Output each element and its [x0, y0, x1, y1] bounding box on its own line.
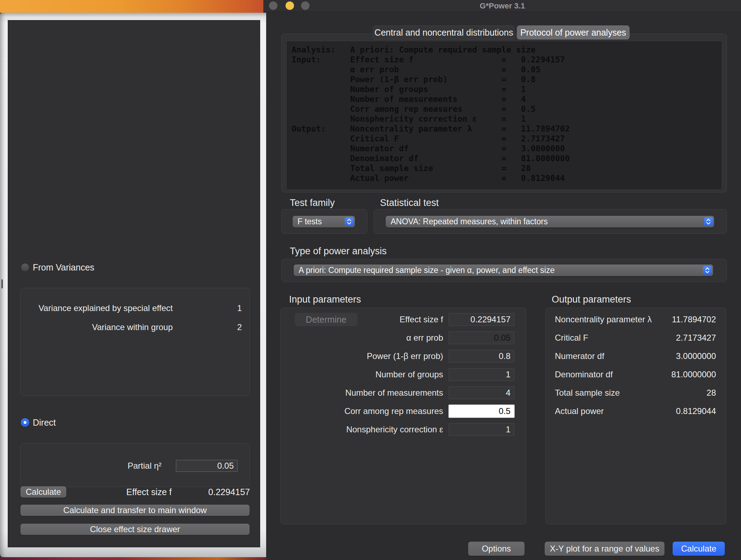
- statistical-test-heading: Statistical test: [380, 197, 439, 208]
- output-value: 28: [706, 386, 716, 400]
- alpha-err-prob-field[interactable]: 0.05: [449, 331, 514, 344]
- output-label: Numerator df: [555, 349, 604, 363]
- input-row: Determine Effect size f 0.2294157: [281, 313, 526, 326]
- input-row: Number of measurements 4: [281, 386, 526, 400]
- variance-row: Variance within group 2: [20, 322, 250, 333]
- tab-central-noncentral-distributions[interactable]: Central and noncentral distributions: [373, 25, 515, 39]
- close-effect-size-drawer-button[interactable]: Close effect size drawer: [20, 524, 250, 535]
- output-value: 81.0000000: [671, 368, 716, 381]
- from-variances-radio[interactable]: [21, 263, 29, 272]
- effect-size-drawer-panel: From Variances Variance explained by spe…: [8, 20, 260, 547]
- output-value: 2.7173427: [676, 331, 716, 345]
- output-label: Actual power: [555, 404, 604, 418]
- drawer-effect-size-label: Effect size f: [126, 487, 172, 497]
- popup-stepper-icon: [345, 217, 354, 226]
- titlebar[interactable]: G*Power 3.1: [264, 0, 741, 12]
- variance-label: Variance explained by special effect: [38, 303, 173, 314]
- input-row: Nonsphericity correction ε 1: [281, 423, 526, 436]
- output-label: Denominator df: [555, 368, 613, 381]
- output-value: 11.7894702: [672, 313, 716, 326]
- output-label: Critical F: [555, 331, 588, 345]
- output-row: Critical F 2.7173427: [546, 331, 726, 345]
- variance-label: Variance within group: [92, 322, 173, 333]
- power-analysis-value: A priori: Compute required sample size -…: [299, 266, 555, 275]
- input-parameters-heading: Input parameters: [289, 294, 361, 305]
- output-value: 0.8129044: [676, 404, 716, 418]
- direct-box: Partial η² 0.05: [20, 443, 250, 487]
- output-row: Noncentrality parameter λ 11.7894702: [546, 313, 726, 326]
- partial-eta-field[interactable]: 0.05: [176, 460, 238, 472]
- input-row: Number of groups 1: [281, 368, 526, 381]
- power-analysis-heading: Type of power analysis: [290, 246, 387, 257]
- output-label: Total sample size: [555, 386, 620, 400]
- effect-size-f-field[interactable]: 0.2294157: [449, 313, 514, 326]
- gpower-main-window: G*Power 3.1 Central and noncentral distr…: [264, 0, 741, 560]
- tab-protocol-of-power-analyses[interactable]: Protocol of power analyses: [517, 25, 630, 39]
- test-family-select[interactable]: F tests: [293, 216, 355, 227]
- number-of-measurements-field[interactable]: 4: [449, 386, 514, 399]
- desktop: G*Power 3.1 Central and noncentral distr…: [0, 0, 741, 560]
- output-value: 3.0000000: [676, 349, 716, 363]
- input-label: Nonsphericity correction ε: [346, 423, 443, 436]
- variances-box: Variance explained by special effect 1 V…: [20, 288, 250, 396]
- corr-among-rep-measures-field[interactable]: 0.5: [449, 405, 514, 418]
- input-label: Effect size f: [399, 313, 443, 326]
- protocol-text-area[interactable]: Analysis: A priori: Compute required sam…: [286, 41, 722, 190]
- input-label: Number of groups: [375, 368, 443, 381]
- output-row: Actual power 0.8129044: [546, 404, 726, 418]
- drawer-effect-size-value: 0.2294157: [208, 487, 250, 497]
- from-variances-label: From Variances: [33, 262, 94, 273]
- input-label: Power (1-β err prob): [367, 349, 443, 363]
- direct-label: Direct: [33, 418, 56, 428]
- window-title: G*Power 3.1: [264, 1, 741, 11]
- input-label: Corr among rep measures: [344, 404, 443, 418]
- output-label: Noncentrality parameter λ: [555, 313, 652, 326]
- nonsphericity-correction-field[interactable]: 1: [449, 423, 514, 436]
- output-row: Total sample size 28: [546, 386, 726, 400]
- output-row: Denominator df 81.0000000: [546, 368, 726, 381]
- output-parameters-box: Noncentrality parameter λ 11.7894702 Cri…: [545, 308, 726, 524]
- protocol-text: Analysis: A priori: Compute required sam…: [292, 45, 722, 183]
- calculate-button[interactable]: Calculate: [673, 542, 725, 556]
- popup-stepper-icon: [704, 217, 713, 226]
- drawer-calculate-button[interactable]: Calculate: [20, 486, 66, 498]
- desktop-wallpaper-bottom: [0, 557, 266, 560]
- drawer-resize-handle[interactable]: [1, 279, 3, 288]
- power-field[interactable]: 0.8: [449, 350, 514, 363]
- popup-stepper-icon: [703, 266, 712, 275]
- number-of-groups-field[interactable]: 1: [449, 368, 514, 381]
- effect-size-drawer: From Variances Variance explained by spe…: [0, 13, 266, 558]
- input-parameters-box: Determine Effect size f 0.2294157 α err …: [280, 308, 526, 524]
- input-label: Number of measurements: [345, 386, 443, 400]
- xy-plot-button[interactable]: X-Y plot for a range of values: [545, 542, 665, 556]
- variance-value[interactable]: 2: [237, 322, 242, 333]
- input-row: α err prob 0.05: [281, 331, 526, 345]
- statistical-test-value: ANOVA: Repeated measures, within factors: [391, 217, 548, 226]
- input-row: Corr among rep measures 0.5: [281, 404, 526, 418]
- statistical-test-select[interactable]: ANOVA: Repeated measures, within factors: [386, 216, 714, 227]
- input-row: Power (1-β err prob) 0.8: [281, 349, 526, 363]
- variance-value[interactable]: 1: [237, 303, 242, 314]
- test-family-value: F tests: [298, 217, 322, 226]
- power-analysis-select[interactable]: A priori: Compute required sample size -…: [294, 264, 713, 276]
- output-parameters-heading: Output parameters: [552, 294, 631, 305]
- test-family-heading: Test family: [290, 197, 335, 208]
- determine-button[interactable]: Determine: [295, 313, 357, 326]
- input-label: α err prob: [406, 331, 443, 345]
- variance-row: Variance explained by special effect 1: [20, 303, 250, 314]
- options-button[interactable]: Options: [468, 542, 525, 556]
- calculate-and-transfer-button[interactable]: Calculate and transfer to main window: [20, 505, 250, 516]
- output-row: Numerator df 3.0000000: [546, 349, 726, 363]
- direct-radio[interactable]: [21, 418, 29, 427]
- partial-eta-label: Partial η²: [128, 460, 161, 472]
- desktop-wallpaper-top: [0, 0, 264, 13]
